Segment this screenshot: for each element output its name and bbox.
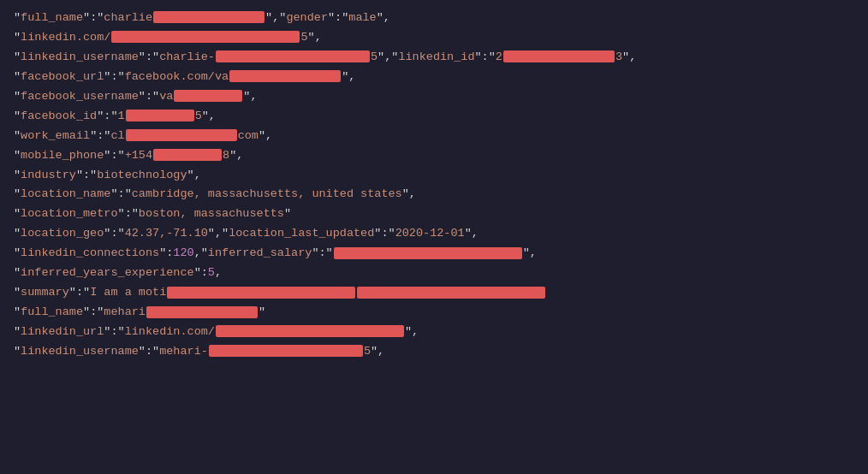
redacted-value: █ bbox=[334, 247, 522, 259]
code-token: ", bbox=[523, 244, 537, 264]
code-token: ": bbox=[159, 244, 173, 264]
code-token: " bbox=[14, 146, 21, 166]
code-token: "," bbox=[208, 224, 229, 244]
code-token: facebook_username bbox=[21, 87, 139, 107]
code-token: ":" bbox=[83, 303, 104, 323]
code-line: "location_geo":"42.37,-71.10","location_… bbox=[14, 224, 854, 244]
code-line: "mobile_phone":"+154█8", bbox=[14, 146, 854, 166]
code-line: "linkedin_connections":120,"inferred_sal… bbox=[14, 244, 854, 264]
code-token: facebook_id bbox=[21, 107, 97, 127]
code-token: charlie bbox=[104, 9, 152, 28]
code-token: ":" bbox=[69, 283, 90, 303]
code-token: ":" bbox=[118, 204, 139, 224]
code-line: "linkedin_username":"charlie-█5","linked… bbox=[14, 48, 854, 68]
code-token: ":" bbox=[104, 323, 124, 342]
code-token: linkedin_url bbox=[21, 323, 104, 342]
code-token: " bbox=[14, 185, 21, 204]
code-token: inferred_salary bbox=[208, 244, 312, 264]
code-token: ":" bbox=[104, 224, 124, 244]
code-token: industry bbox=[21, 166, 76, 186]
redacted-value: █ bbox=[153, 149, 222, 161]
code-token: " bbox=[14, 224, 21, 244]
code-line: "facebook_username":"va█", bbox=[14, 87, 854, 107]
code-token: charlie- bbox=[159, 48, 215, 68]
redacted-value: █ bbox=[216, 50, 370, 62]
code-token: " bbox=[284, 204, 291, 224]
redacted-value: █ bbox=[174, 90, 242, 102]
code-token: ", bbox=[377, 9, 390, 28]
code-token: ", bbox=[243, 87, 257, 107]
code-token: 1 bbox=[118, 107, 125, 127]
code-line: "facebook_url":"facebook.com/va█", bbox=[14, 68, 854, 87]
code-token: mobile_phone bbox=[21, 146, 104, 166]
code-token: 5 bbox=[364, 342, 371, 362]
code-token: ":" bbox=[312, 244, 332, 264]
code-token: " bbox=[14, 68, 21, 87]
code-token: ," bbox=[194, 244, 208, 264]
code-token: linkedin.com/ bbox=[125, 323, 215, 342]
code-token: location_geo bbox=[21, 224, 104, 244]
code-token: " bbox=[14, 303, 21, 323]
code-token: ", bbox=[202, 107, 216, 127]
code-token: ", bbox=[405, 323, 419, 342]
code-token: inferred_years_experience bbox=[21, 264, 194, 283]
code-token: ", bbox=[187, 166, 201, 186]
code-token: " bbox=[14, 323, 21, 342]
code-token: " bbox=[259, 303, 265, 323]
code-line: "full_name":"charlie█","gender":"male", bbox=[14, 9, 854, 28]
code-token: ":" bbox=[139, 48, 159, 68]
code-token: , bbox=[215, 264, 222, 283]
code-token: ":" bbox=[328, 9, 348, 28]
code-token: facebook.com/va bbox=[125, 68, 229, 87]
code-token: ": bbox=[194, 264, 208, 283]
code-token: full_name bbox=[21, 9, 83, 28]
code-token: " bbox=[14, 48, 21, 68]
code-token: " bbox=[14, 107, 21, 127]
code-line: "linkedin.com/█5", bbox=[14, 28, 854, 48]
code-token: ":" bbox=[110, 185, 131, 204]
redacted-value: █ bbox=[229, 70, 341, 82]
code-line: "linkedin_url":"linkedin.com/█", bbox=[14, 323, 854, 342]
code-line: "industry":"biotechnology", bbox=[14, 166, 854, 186]
code-token: " bbox=[14, 9, 21, 28]
code-token: ":" bbox=[83, 9, 104, 28]
code-token: summary bbox=[21, 283, 69, 303]
code-line: "location_name":"cambridge, massachusett… bbox=[14, 185, 854, 204]
code-token: cambridge, massachusetts, united states bbox=[132, 185, 402, 204]
code-token: cl bbox=[110, 127, 124, 146]
code-token: ", bbox=[229, 146, 243, 166]
redacted-value: █ bbox=[209, 345, 363, 357]
code-line: "summary":"I am a moti██ bbox=[14, 283, 854, 303]
code-token: biotechnology bbox=[97, 166, 187, 186]
code-token: com bbox=[238, 127, 259, 146]
code-token: ":" bbox=[104, 68, 124, 87]
code-token: " bbox=[14, 87, 21, 107]
code-token: linkedin_username bbox=[21, 48, 139, 68]
code-token: facebook_url bbox=[21, 68, 104, 87]
code-token: 42.37,-71.10 bbox=[125, 224, 208, 244]
code-token: 2020-12-01 bbox=[395, 224, 465, 244]
code-token: " bbox=[14, 283, 21, 303]
code-token: linkedin_id bbox=[398, 48, 474, 68]
redacted-value: █ bbox=[216, 325, 404, 337]
code-token: ", bbox=[402, 185, 416, 204]
code-token: linkedin_username bbox=[21, 342, 139, 362]
redacted-value: █ bbox=[503, 50, 615, 62]
code-token: ", bbox=[259, 127, 272, 146]
code-token: " bbox=[14, 342, 21, 362]
redacted-value: █ bbox=[146, 306, 258, 318]
code-token: " bbox=[14, 264, 21, 283]
code-line: "full_name":"mehari█" bbox=[14, 303, 854, 323]
redacted-value: █ bbox=[126, 110, 194, 121]
code-token: " bbox=[14, 204, 21, 224]
code-token: ", bbox=[465, 224, 479, 244]
code-token: " bbox=[14, 244, 21, 264]
redacted-value: █ bbox=[111, 31, 300, 43]
code-token: work_email bbox=[21, 127, 90, 146]
code-token: 5 bbox=[371, 48, 378, 68]
code-token: ":" bbox=[97, 107, 117, 127]
code-token: 5 bbox=[208, 264, 215, 283]
code-token: 3 bbox=[615, 48, 622, 68]
code-token: 5 bbox=[300, 28, 307, 48]
code-token: ":" bbox=[90, 127, 110, 146]
